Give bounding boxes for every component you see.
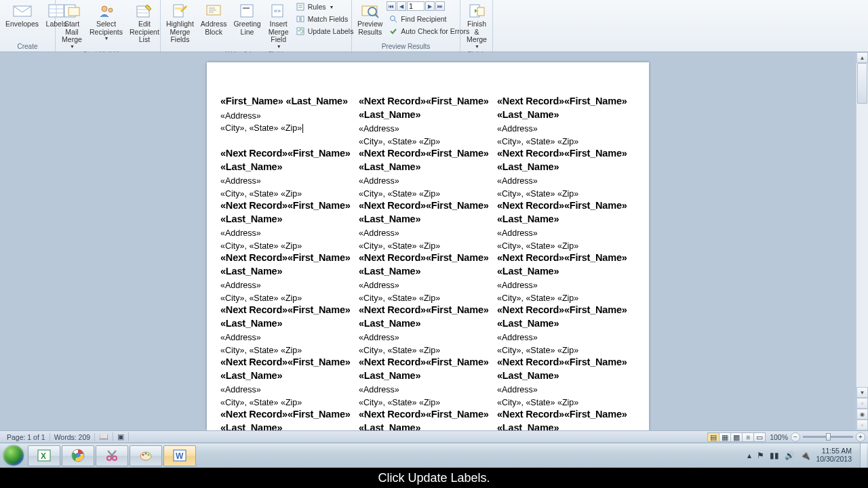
label-cell[interactable]: «Next Record»«First_Name» «Last_Name»«Ad… [220, 199, 359, 251]
label-cell[interactable]: «Next Record»«First_Name» «Last_Name»«Ad… [220, 304, 359, 356]
merge-city-state-zip-line: «City», «State» «Zip» [359, 397, 493, 408]
insert-merge-field-button[interactable]: «» Insert Merge Field▼ [265, 1, 292, 50]
label-cell[interactable]: «Next Record»«First_Name» «Last_Name»«Ad… [497, 199, 635, 251]
label-cell[interactable]: «Next Record»«First_Name» «Last_Name»«Ad… [497, 251, 635, 304]
label-cell[interactable]: «Next Record»«First_Name» «Last_Name»«Ad… [220, 408, 359, 430]
label-cell[interactable]: «Next Record»«First_Name» «Last_Name»«Ad… [220, 251, 359, 304]
clock-date: 10/30/2013 [816, 455, 852, 464]
label-cell[interactable]: «First_Name» «Last_Name»«Address»«City»,… [220, 95, 359, 147]
page-status[interactable]: Page: 1 of 1 [3, 433, 50, 441]
taskbar-paint-button[interactable] [130, 445, 162, 466]
view-buttons: ▤ ▦ ▩ ≡ ▭ [708, 432, 766, 442]
scroll-up-button[interactable]: ▲ [856, 52, 868, 63]
scroll-down-button[interactable]: ▼ [856, 387, 868, 398]
label-cell[interactable]: «Next Record»«First_Name» «Last_Name»«Ad… [359, 356, 497, 408]
merge-city-state-zip-line: «City», «State» «Zip» [220, 241, 355, 251]
zoom-thumb[interactable] [826, 433, 831, 441]
insert-merge-field-label: Insert Merge Field [268, 20, 290, 44]
merge-address-line: «Address» [359, 280, 493, 291]
address-block-label: Address Block [201, 20, 227, 36]
edit-recipient-list-button[interactable]: Edit Recipient List [127, 1, 162, 45]
tray-clock[interactable]: 11:55 AM 10/30/2013 [816, 447, 854, 463]
zoom-slider[interactable] [803, 436, 853, 438]
label-cell[interactable]: «Next Record»«First_Name» «Last_Name»«Ad… [359, 147, 497, 199]
label-cell[interactable]: «Next Record»«First_Name» «Last_Name»«Ad… [359, 304, 497, 356]
tray-show-hidden-button[interactable]: ▴ [747, 451, 751, 460]
merge-city-state-zip-line: «City», «State» «Zip» [497, 188, 631, 199]
taskbar-excel-button[interactable]: X [28, 445, 60, 466]
label-cell[interactable]: «Next Record»«First_Name» «Last_Name»«Ad… [497, 147, 635, 199]
macro-record-icon[interactable]: ▣ [113, 432, 129, 441]
taskbar-word-button[interactable]: W [163, 445, 196, 466]
select-recipients-button[interactable]: Select Recipients▼ [87, 1, 125, 43]
label-cell[interactable]: «Next Record»«First_Name» «Last_Name»«Ad… [497, 356, 635, 408]
zoom-percent[interactable]: 100% [770, 433, 788, 441]
merge-name-line: «Next Record»«First_Name» «Last_Name» [497, 199, 631, 226]
spell-check-icon[interactable]: 📖 [95, 432, 113, 441]
merge-name-line: «Next Record»«First_Name» «Last_Name» [497, 304, 631, 330]
start-mail-merge-icon [61, 3, 83, 19]
auto-check-errors-button[interactable]: Auto Check for Errors [387, 26, 471, 37]
record-number-input[interactable] [407, 1, 425, 11]
prev-page-button[interactable]: ◦ [856, 398, 868, 409]
svg-point-48 [145, 453, 147, 455]
group-finish: Finish & Merge▼ Finish [460, 0, 493, 52]
web-layout-view-button[interactable]: ▩ [730, 432, 743, 442]
highlight-merge-fields-button[interactable]: Highlight Merge Fields [163, 1, 197, 45]
last-record-button[interactable]: ⏭ [435, 1, 445, 11]
taskbar-snipping-button[interactable] [96, 445, 128, 466]
zoom-in-button[interactable]: + [856, 432, 865, 442]
label-cell[interactable]: «Next Record»«First_Name» «Last_Name»«Ad… [359, 408, 497, 430]
find-recipient-button[interactable]: Find Recipient [387, 14, 471, 24]
match-fields-button[interactable]: Match Fields [294, 14, 356, 24]
next-page-button[interactable]: ◦ [856, 420, 868, 430]
label-cell[interactable]: «Next Record»«First_Name» «Last_Name»«Ad… [497, 304, 635, 356]
merge-address-line: «Address» [497, 280, 631, 291]
zoom-out-button[interactable]: − [791, 432, 800, 442]
finish-merge-button[interactable]: Finish & Merge▼ [463, 1, 490, 50]
label-cell[interactable]: «Next Record»«First_Name» «Last_Name»«Ad… [359, 251, 497, 304]
label-cell[interactable]: «Next Record»«First_Name» «Last_Name»«Ad… [359, 95, 497, 147]
tray-action-center-icon[interactable]: ⚑ [757, 451, 764, 460]
browse-object-button[interactable]: ◉ [856, 409, 868, 420]
merge-name-line: «Next Record»«First_Name» «Last_Name» [497, 147, 631, 174]
full-screen-view-button[interactable]: ▦ [719, 432, 731, 442]
scroll-track[interactable] [856, 63, 868, 387]
first-record-button[interactable]: ⏮ [387, 1, 396, 11]
edit-recipient-list-label: Edit Recipient List [130, 20, 159, 44]
merge-address-line: «Address» [497, 228, 631, 239]
rules-button[interactable]: Rules▼ [294, 1, 356, 12]
rules-label: Rules [308, 3, 326, 11]
outline-view-button[interactable]: ≡ [742, 432, 754, 442]
show-desktop-button[interactable] [860, 443, 867, 468]
preview-results-button[interactable]: Preview Results [355, 1, 385, 37]
start-mail-merge-button[interactable]: Start Mail Merge▼ [58, 1, 85, 50]
merge-address-line: «Address» [220, 280, 355, 291]
start-button[interactable] [0, 443, 27, 468]
tray-power-icon[interactable]: 🔌 [800, 451, 810, 460]
update-labels-button[interactable]: Update Labels [294, 26, 356, 37]
merge-address-line: «Address» [220, 384, 355, 396]
address-block-button[interactable]: Address Block [198, 1, 230, 37]
next-record-button[interactable]: ▶ [425, 1, 435, 11]
label-cell[interactable]: «Next Record»«First_Name» «Last_Name»«Ad… [220, 356, 359, 408]
merge-address-line: «Address» [497, 123, 631, 135]
word-count[interactable]: Words: 209 [50, 433, 96, 441]
labels-grid: «First_Name» «Last_Name»«Address»«City»,… [220, 95, 635, 430]
label-cell[interactable]: «Next Record»«First_Name» «Last_Name»«Ad… [220, 147, 359, 199]
video-caption: Click Update Labels. [0, 468, 868, 488]
prev-record-button[interactable]: ◀ [397, 1, 406, 11]
scroll-thumb[interactable] [857, 63, 867, 104]
merge-name-line: «Next Record»«First_Name» «Last_Name» [220, 408, 355, 430]
envelopes-button[interactable]: Envelopes [3, 1, 41, 30]
tray-network-icon[interactable]: ▮▮ [770, 451, 779, 460]
label-cell[interactable]: «Next Record»«First_Name» «Last_Name»«Ad… [497, 408, 635, 430]
taskbar-chrome-button[interactable] [62, 445, 94, 466]
print-layout-view-button[interactable]: ▤ [707, 432, 719, 442]
draft-view-button[interactable]: ▭ [753, 432, 766, 442]
greeting-line-button[interactable]: Greeting Line [231, 1, 263, 37]
vertical-scrollbar[interactable]: ▲ ▼ ◦ ◉ ◦ [856, 52, 868, 430]
tray-volume-icon[interactable]: 🔊 [785, 451, 795, 460]
label-cell[interactable]: «Next Record»«First_Name» «Last_Name»«Ad… [359, 199, 497, 251]
label-cell[interactable]: «Next Record»«First_Name» «Last_Name»«Ad… [497, 95, 635, 147]
